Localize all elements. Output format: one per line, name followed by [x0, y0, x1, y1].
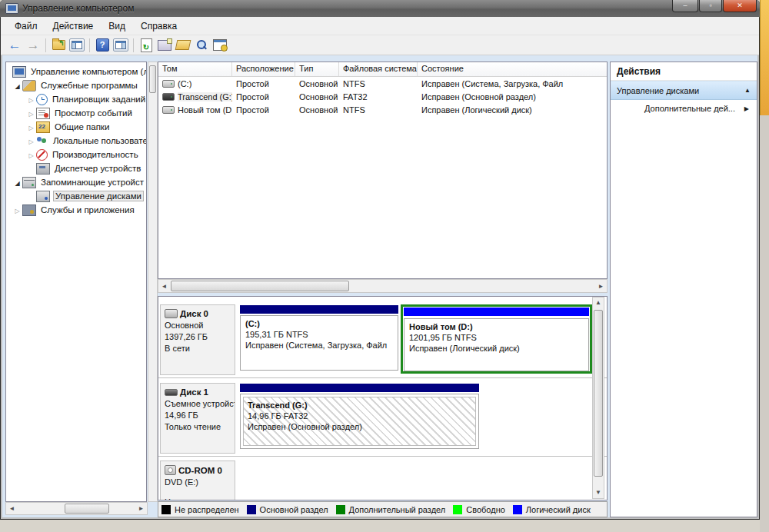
scroll-left-arrow[interactable]: ◄	[158, 280, 170, 292]
partition-c[interactable]: (C:) 195,31 ГБ NTFS Исправен (Система, З…	[239, 304, 399, 371]
removable-disk-icon	[165, 389, 178, 396]
close-button[interactable]: ✕	[723, 0, 757, 12]
volume-row-d[interactable]: Новый том (D:) Простой Основной NTFS Исп…	[158, 103, 607, 116]
up-folder-button[interactable]: ↰	[49, 37, 68, 54]
tree-item-storage[interactable]: Запоминающие устройст	[6, 175, 146, 189]
find-button[interactable]	[192, 37, 211, 54]
scroll-right-arrow[interactable]: ►	[595, 280, 607, 292]
scrollbar-thumb[interactable]	[65, 504, 109, 514]
tree-expander-expanded[interactable]	[12, 81, 22, 90]
toolbar-separator	[45, 38, 46, 52]
forward-button[interactable]: →	[24, 37, 42, 54]
tree-vertical-scrollbar[interactable]	[148, 62, 158, 502]
computer-icon	[12, 66, 26, 78]
row-separator	[158, 456, 607, 457]
tree-item-shared-folders[interactable]: Общие папки	[6, 120, 146, 134]
tree-expander-collapsed[interactable]	[12, 205, 22, 214]
scrollbar-thumb[interactable]	[594, 310, 603, 477]
menu-view[interactable]: Вид	[101, 18, 133, 34]
cdrom-0-label[interactable]: CD-ROM 0 DVD (E:) Нет носителя	[160, 461, 235, 500]
console-settings-button[interactable]	[211, 37, 229, 54]
legend-swatch-logical	[513, 505, 522, 514]
tree-expander-collapsed[interactable]	[26, 95, 36, 104]
volume-list: Том Расположение Тип Файловая система Со…	[158, 62, 608, 279]
minimize-button[interactable]: –	[672, 0, 698, 12]
cdrom-0-row: CD-ROM 0 DVD (E:) Нет носителя	[158, 461, 607, 500]
volume-icon	[162, 80, 175, 88]
submenu-arrow-icon: ▶	[744, 105, 749, 112]
show-console-tree-button[interactable]	[68, 37, 86, 54]
scrollbar-thumb[interactable]	[149, 65, 156, 93]
tree-expander-collapsed[interactable]	[26, 122, 36, 131]
scroll-right-arrow[interactable]: ►	[135, 503, 147, 514]
disk-icon	[165, 309, 178, 318]
help-icon: ?	[96, 38, 109, 52]
performance-icon	[36, 149, 48, 161]
column-header-type[interactable]: Тип	[295, 62, 339, 76]
volume-list-horizontal-scrollbar[interactable]: ◄ ►	[158, 279, 608, 293]
scroll-down-arrow[interactable]: ▼	[593, 487, 604, 498]
partition-d-selected[interactable]: Новый том (D:) 1201,95 ГБ NTFS Исправен …	[401, 304, 592, 374]
console-settings-icon	[213, 39, 227, 51]
primary-partition-band	[240, 384, 479, 392]
tree-expander-collapsed[interactable]	[26, 136, 36, 145]
background-window-strip	[760, 0, 769, 115]
open-folder-button[interactable]	[174, 37, 192, 54]
tree-horizontal-scrollbar[interactable]: ◄ ►	[5, 502, 148, 515]
tree-item-local-users[interactable]: Локальные пользовате	[6, 134, 146, 148]
tree-expander-collapsed[interactable]	[26, 108, 36, 118]
legend-item: Дополнительный раздел	[336, 505, 446, 514]
column-header-status[interactable]: Состояние	[418, 62, 607, 76]
console-tree: Управление компьютером (л Служебные прог…	[5, 62, 147, 502]
disk-1-label[interactable]: Диск 1 Съемное устройство 14,96 ГБ Тольк…	[160, 383, 235, 454]
legend-item: Логический диск	[513, 505, 591, 514]
find-icon	[195, 39, 208, 52]
desktop-background-right	[760, 0, 769, 532]
scroll-up-arrow[interactable]: ▲	[593, 298, 604, 308]
scroll-left-arrow[interactable]: ◄	[6, 503, 18, 514]
graph-vertical-scrollbar[interactable]: ▲ ▼	[592, 297, 604, 499]
menu-file[interactable]: Файл	[7, 18, 45, 34]
tree-item-services[interactable]: Службы и приложения	[6, 203, 146, 217]
scrollbar-thumb[interactable]	[171, 281, 349, 291]
tree-expander-expanded[interactable]	[12, 178, 22, 187]
services-icon	[22, 204, 36, 216]
show-action-pane-button[interactable]	[112, 37, 130, 54]
volume-row-c[interactable]: (C:) Простой Основной NTFS Исправен (Сис…	[158, 77, 607, 90]
tree-item-performance[interactable]: Производительность	[6, 148, 146, 161]
tree-item-disk-management[interactable]: Управление дисками	[6, 189, 146, 203]
collapse-icon[interactable]: ▲	[744, 87, 751, 94]
partition-g-selected[interactable]: Transcend (G:) 14,96 ГБ FAT32 Исправен (…	[239, 383, 480, 449]
tree-item-event-viewer[interactable]: Просмотр событий	[6, 106, 146, 120]
refresh-button[interactable]: ↻	[137, 37, 155, 54]
legend-swatch-free	[453, 505, 462, 514]
volume-icon	[162, 106, 175, 114]
column-header-layout[interactable]: Расположение	[232, 62, 295, 76]
help-button[interactable]: ?	[93, 37, 112, 54]
actions-group-disk-management[interactable]: Управление дисками ▲	[611, 81, 757, 100]
row-separator	[158, 377, 607, 378]
disk-0-label[interactable]: Диск 0 Основной 1397,26 ГБ В сети	[160, 304, 235, 375]
tree-item-system-tools[interactable]: Служебные программы	[6, 78, 146, 92]
menu-help[interactable]: Справка	[133, 18, 185, 34]
disk-graphical-view: Диск 0 Основной 1397,26 ГБ В сети (C:) 1…	[158, 296, 608, 500]
volume-icon	[162, 93, 175, 101]
disk-0-row: Диск 0 Основной 1397,26 ГБ В сети (C:) 1…	[158, 304, 607, 375]
tree-item-task-scheduler[interactable]: Планировщик заданий	[6, 92, 146, 106]
window-title: Управление компьютером	[22, 3, 134, 14]
title-bar[interactable]: Управление компьютером – ▫ ✕	[0, 0, 760, 18]
logical-disk-band	[404, 308, 589, 316]
column-header-volume[interactable]: Том	[158, 62, 232, 76]
properties-button[interactable]	[155, 37, 174, 54]
primary-partition-band	[240, 305, 398, 314]
tree-item-device-manager[interactable]: Диспетчер устройств	[6, 161, 146, 175]
column-header-filesystem[interactable]: Файловая система	[339, 62, 418, 76]
back-button[interactable]: ←	[5, 37, 24, 54]
volume-row-transcend[interactable]: Transcend (G:) Простой Основной FAT32 Ис…	[158, 90, 607, 103]
menu-action[interactable]: Действие	[45, 18, 102, 34]
legend-swatch-unallocated	[161, 505, 171, 514]
actions-more-item[interactable]: Дополнительные дей... ▶	[611, 100, 757, 117]
tree-expander-collapsed[interactable]	[26, 150, 36, 159]
tree-item-computer-management[interactable]: Управление компьютером (л	[6, 65, 146, 78]
maximize-button[interactable]: ▫	[699, 0, 722, 12]
